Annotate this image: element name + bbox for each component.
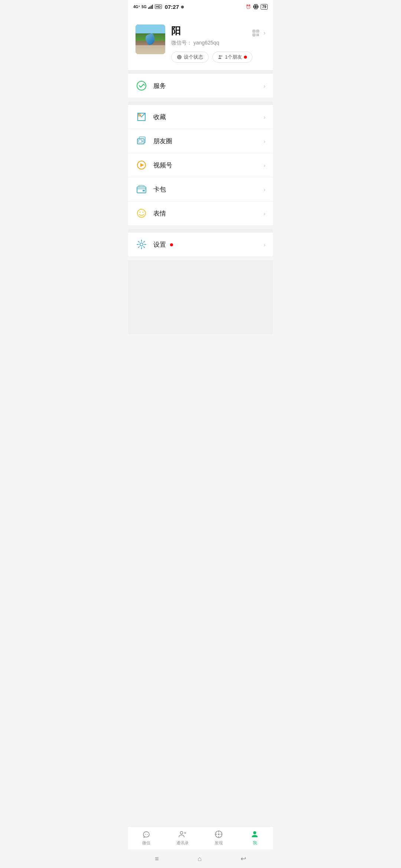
svg-point-11 [219, 55, 221, 57]
svg-rect-5 [255, 5, 257, 8]
svg-rect-2 [151, 6, 152, 9]
moments-chevron-icon: › [264, 138, 265, 144]
set-status-button[interactable]: 设个状态 [171, 52, 209, 63]
favorites-icon [136, 111, 147, 123]
favorites-chevron-icon: › [264, 114, 265, 120]
svg-rect-30 [137, 187, 146, 193]
battery-level: 79 [262, 5, 266, 9]
settings-chevron-icon: › [264, 241, 265, 248]
main-content: 阳 微信号： yang625qq 设个状态 [128, 13, 273, 375]
friends-icon [218, 55, 223, 60]
favorites-label: 收藏 [153, 113, 264, 121]
signal-5g: 5G [141, 5, 146, 9]
moments-label: 朋友圈 [153, 137, 264, 145]
svg-point-33 [140, 212, 141, 213]
status-face-icon [177, 55, 182, 60]
stickers-label: 表情 [153, 209, 264, 218]
svg-point-8 [177, 55, 182, 59]
settings-badge [170, 243, 173, 246]
alarm-icon: ⏰ [246, 4, 251, 9]
moments-icon [136, 135, 147, 147]
stickers-icon [136, 207, 147, 219]
svg-rect-16 [253, 31, 254, 32]
svg-point-35 [140, 243, 143, 246]
services-label: 服务 [153, 82, 264, 90]
profile-chevron-icon: › [264, 30, 265, 36]
wallet-icon [136, 183, 147, 195]
channels-icon [136, 159, 147, 171]
menu-item-services[interactable]: 服务 › [128, 74, 273, 98]
svg-rect-20 [258, 34, 259, 35]
svg-rect-7 [258, 6, 258, 8]
avatar[interactable] [136, 24, 165, 54]
qr-code-icon [252, 29, 260, 37]
profile-arrow[interactable]: › [252, 29, 265, 37]
svg-rect-19 [257, 34, 258, 35]
services-icon [136, 80, 147, 92]
svg-rect-0 [148, 7, 149, 9]
signal-4g: 4G⁺ [133, 5, 140, 9]
menu-item-favorites[interactable]: 收藏 › [128, 105, 273, 129]
svg-rect-22 [258, 35, 259, 36]
settings-icon [136, 239, 147, 250]
menu-section-main: 收藏 › 朋友圈 › [128, 105, 273, 225]
status-right: ⏰ 79 [246, 4, 268, 10]
hd-badge: HD [155, 4, 162, 9]
svg-point-27 [142, 141, 143, 142]
profile-wechat-id: 微信号： yang625qq [171, 40, 265, 46]
svg-point-32 [137, 209, 146, 217]
svg-rect-17 [257, 31, 258, 32]
svg-rect-21 [257, 35, 258, 36]
svg-rect-31 [143, 190, 145, 191]
svg-point-34 [143, 212, 144, 213]
channels-chevron-icon: › [264, 162, 265, 168]
section-separator-bottom [128, 260, 273, 334]
channels-label: 视频号 [153, 161, 264, 170]
stickers-chevron-icon: › [264, 210, 265, 217]
status-bar: 4G⁺ 5G HD 07:27 ● ⏰ 79 [128, 0, 273, 13]
menu-item-wallet[interactable]: 卡包 › [128, 177, 273, 201]
wallet-label: 卡包 [153, 185, 264, 194]
services-chevron-icon: › [264, 83, 265, 89]
menu-item-channels[interactable]: 视频号 › [128, 153, 273, 177]
svg-point-12 [221, 55, 222, 57]
section-separator-1 [128, 70, 273, 74]
menu-section-settings: 设置 › [128, 233, 273, 256]
section-separator-2 [128, 101, 273, 105]
menu-item-stickers[interactable]: 表情 › [128, 201, 273, 225]
svg-rect-1 [149, 7, 150, 9]
vibrate-icon [253, 4, 258, 10]
message-dot-icon: ● [180, 3, 185, 11]
menu-item-settings[interactable]: 设置 › [128, 233, 273, 256]
status-left: 4G⁺ 5G HD 07:27 ● [133, 3, 185, 11]
avatar-image [136, 24, 165, 54]
friend-badge [244, 56, 247, 59]
friends-button[interactable]: 1个朋友 [212, 52, 252, 63]
svg-rect-6 [253, 6, 254, 8]
status-buttons: 设个状态 1个朋友 [171, 52, 265, 63]
svg-point-9 [178, 56, 179, 57]
svg-rect-3 [152, 5, 153, 9]
settings-label: 设置 [153, 240, 264, 249]
svg-rect-18 [253, 34, 254, 36]
menu-item-moments[interactable]: 朋友圈 › [128, 129, 273, 153]
menu-section-services: 服务 › [128, 74, 273, 98]
svg-rect-26 [138, 140, 142, 142]
profile-section[interactable]: 阳 微信号： yang625qq 设个状态 [128, 13, 273, 70]
svg-point-10 [180, 56, 180, 57]
section-separator-3 [128, 229, 273, 233]
status-time: 07:27 [165, 4, 179, 10]
battery-indicator: 79 [261, 4, 268, 10]
signal-bars-icon [148, 4, 153, 9]
svg-marker-29 [140, 163, 144, 167]
wallet-chevron-icon: › [264, 186, 265, 193]
